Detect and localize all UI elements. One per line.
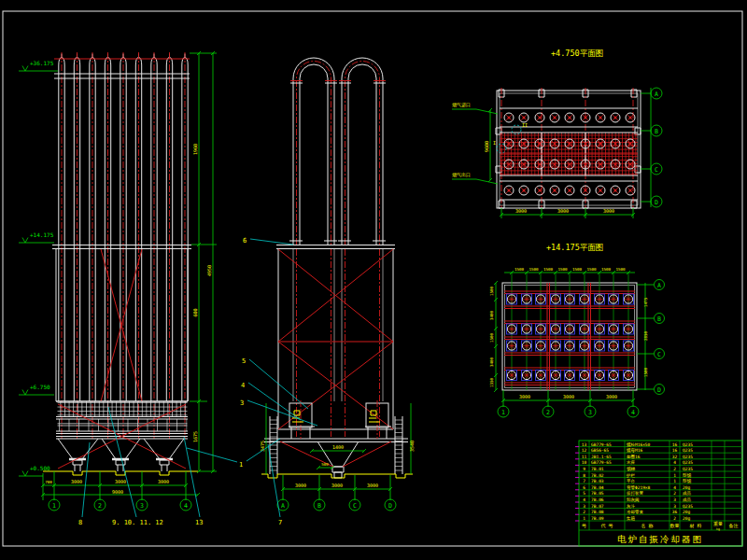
axis-label-C: C [353,502,357,510]
hdr-code: 代 号 [600,523,613,528]
axis-label-A: A [281,502,285,510]
svg-text:型钢: 型钢 [682,472,692,478]
pm-axis-B: B [657,315,661,323]
svg-text:3: 3 [673,497,676,502]
svg-text:2: 2 [673,491,676,496]
plan-top-title: +4.750平面图 [551,49,603,58]
callout-9-12: 9. 10. 11. 12 [112,519,163,526]
pm-top-dim: 1500 [601,267,612,272]
svg-text:GB779-65: GB779-65 [591,442,612,447]
cad-drawing-canvas: +36.175 +14.175 +6.750 +0.500 1960 4950 … [0,0,747,560]
svg-text:7B.01: 7B.01 [591,467,604,471]
pm-top-dim: 1500 [586,267,597,272]
svg-text:GB779-65: GB779-65 [591,460,612,465]
svg-text:2: 2 [583,510,585,514]
callout-7: 7 [278,519,282,526]
valve-band [58,419,188,431]
hdr-no: 号 [582,523,586,528]
svg-text:5: 5 [583,491,585,496]
dim-sb3: 3000 [367,483,378,488]
svg-text:成品: 成品 [683,491,692,496]
svg-text:16: 16 [672,448,678,453]
pm-left-dim: 1500 [489,332,494,343]
pm-left-dim: 3400 [489,357,494,367]
svg-text:4: 4 [673,485,676,490]
callout-4: 4 [241,382,245,389]
callout-8: 8 [78,519,82,526]
svg-text:32: 32 [672,455,678,459]
pm-axis-D: D [657,386,661,394]
mesh-band [58,401,188,417]
pm-top-dim: 1500 [514,267,525,272]
svg-text:20g: 20g [683,516,690,521]
svg-text:Q235: Q235 [683,460,693,465]
svg-text:6: 6 [583,485,585,490]
pm-right-dim: 1475 [643,297,648,307]
pm-right-dim: 1500 [643,367,648,377]
dim-right-3: 600 [192,308,198,316]
svg-text:2: 2 [673,516,676,521]
section-II: II [522,122,528,128]
svg-text:7B.03: 7B.03 [591,479,604,483]
background [0,0,747,560]
svg-text:2: 2 [673,467,676,471]
pt-axis-D: D [655,199,658,206]
svg-text:7B.05: 7B.05 [591,491,604,496]
svg-text:3: 3 [673,504,676,509]
pm-right-dim: 2850 [643,330,648,341]
pt-dim2: 3000 [557,208,569,214]
dim-right-1: 1960 [192,144,198,155]
dim-right-2: 4950 [206,265,212,276]
level-casing-top: +14.175 [30,231,54,238]
dim-sb2: 3000 [331,483,343,488]
pm-top-dim: 1500 [615,267,626,272]
svg-text:螺栓M16×50: 螺栓M16×50 [627,441,651,447]
dim-500: 500 [321,462,329,467]
level-ground: +0.500 [30,465,50,471]
svg-text:20g: 20g [683,485,690,490]
dim-total: 9000 [112,489,123,495]
hdr-weight: 重量 [713,521,723,526]
svg-text:卸灰阀: 卸灰阀 [627,497,640,503]
dim-1400: 1400 [332,444,344,450]
svg-text:护栏: 护栏 [626,473,636,478]
svg-text:7B.02: 7B.02 [591,473,604,478]
pt-dim1: 3000 [515,208,527,214]
dim-bay2: 3000 [115,479,126,484]
pt-axis-B: B [655,128,658,135]
dim-sb1: 3000 [295,483,306,488]
pm-left-dim: 1500 [489,286,494,296]
pm-bot-dim3: 3000 [606,394,617,399]
callout-13: 13 [195,519,203,526]
pt-axis-C: C [655,166,658,174]
pm-bot-dim1: 3000 [519,394,530,399]
svg-text:Q235: Q235 [683,467,693,471]
section-I: I [493,140,496,146]
drawing-title: 电炉自振冷却器图 [617,534,703,544]
svg-text:冷却管束: 冷却管束 [627,509,644,514]
svg-text:钢梯: 钢梯 [627,466,636,471]
level-top: +36.175 [30,60,54,66]
inlet-label: 烟气进口 [452,102,471,108]
axis-label-4: 4 [184,502,188,510]
svg-text:JB1.1-65: JB1.1-65 [591,455,612,459]
svg-text:集箱: 集箱 [626,515,636,521]
svg-text:成品: 成品 [683,497,692,502]
pm-left-dim: 3400 [489,310,494,320]
dim-700: 700 [45,480,52,484]
callout-5: 5 [242,357,246,365]
svg-text:7B.08: 7B.08 [591,510,604,514]
svg-text:Q235: Q235 [683,442,693,447]
hdr-mat: 材 料 [688,523,701,529]
pt-dim3: 3000 [603,208,614,214]
svg-text:16: 16 [672,442,678,447]
svg-text:10: 10 [582,460,587,465]
svg-text:1: 1 [583,516,585,521]
svg-text:12: 12 [582,448,587,453]
dim-bay1: 3000 [71,479,82,484]
svg-text:7B.07: 7B.07 [591,504,604,509]
svg-text:9: 9 [583,467,585,471]
svg-text:1: 1 [673,479,676,483]
svg-text:螺母M16: 螺母M16 [627,447,642,453]
pm-axis-4: 4 [631,409,635,416]
